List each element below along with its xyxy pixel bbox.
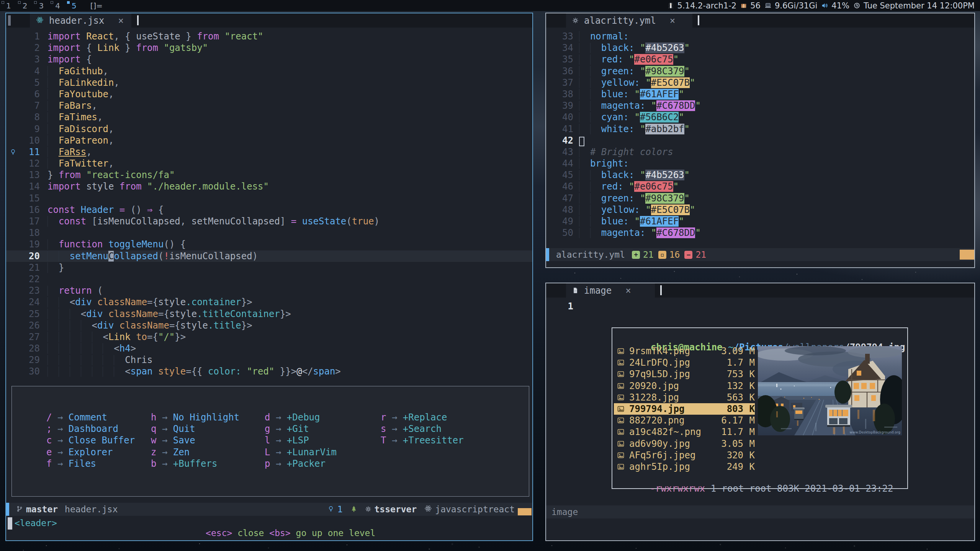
code-line-27[interactable]: 27<Link to={"/"}> [6,331,532,343]
tab-close-icon[interactable]: × [118,15,124,26]
git-branch[interactable]: master [16,504,58,514]
code-line-8[interactable]: 8FaTimes, [6,111,532,123]
code-line-29[interactable]: 29Chris [6,354,532,366]
whichkey-binding--buffers[interactable]: b → +Buffers [151,458,239,469]
code-line-39[interactable]: 39magenta: "#C678DD" [546,100,974,111]
whichkey-binding--lsp[interactable]: l → +LSP [265,435,337,446]
diagnostics-hint[interactable]: 1 [327,504,343,514]
code-line-49[interactable]: 49blue: "#61AFEF" [546,216,974,227]
code-line-2[interactable]: 2import { Link } from "gatsby" [6,42,532,54]
whichkey-binding-files[interactable]: f → Files [46,458,135,469]
yaml-code-area[interactable]: 33normal:34black: "#4b5263"35red: "#e06c… [546,31,974,239]
layout-symbol[interactable]: []= [90,1,103,10]
whichkey-binding-quit[interactable]: q → Quit [151,423,239,435]
whichkey-binding--lunarvim[interactable]: L → +LunarVim [265,446,337,458]
file-row-97q9L5D.jpg[interactable]: 97q9L5D.jpg753K [614,368,755,380]
file-row-ad6v90y.jpg[interactable]: ad6v90y.jpg3.05M [614,438,755,450]
code-line-1[interactable]: 1 [546,301,974,312]
code-line-5[interactable]: 5FaLinkedin, [6,77,532,88]
code-line-42[interactable]: 42 [546,135,974,146]
file-row-31228.jpg[interactable]: 31228.jpg563K [614,392,755,403]
code-line-41[interactable]: 41white: "#abb2bf" [546,123,974,135]
whichkey-binding--search[interactable]: s → +Search [381,423,464,435]
file-row-799794.jpg[interactable]: 799794.jpg803K [614,403,755,415]
whichkey-binding--replace[interactable]: r → +Replace [381,412,464,423]
code-line-17[interactable]: 17const [isMenuCollapsed, setMenuCollaps… [6,216,532,227]
tab-alacritty-yml[interactable]: alacritty.yml × [566,13,692,28]
filetype-indicator: javascriptreact [424,504,515,514]
workspace-2[interactable]: 2 [16,0,33,11]
whichkey-binding-explorer[interactable]: e → Explorer [46,446,135,458]
file-row-a19c482f~.png[interactable]: a19c482f~.png11.7M [614,426,755,438]
file-name: 882720.png [629,415,707,426]
code-line-47[interactable]: 47green: "#98C379" [546,193,974,204]
code-line-48[interactable]: 48yellow: "#E5C07B" [546,204,974,216]
code-line-24[interactable]: 24<div className={style.container}> [6,296,532,308]
whichkey-binding-zen[interactable]: z → Zen [151,446,239,458]
code-line-16[interactable]: 16const Header = () ⇒ { [6,204,532,216]
code-line-6[interactable]: 6FaYoutube, [6,88,532,100]
code-line-33[interactable]: 33normal: [546,31,974,42]
code-line-23[interactable]: 23return ( [6,285,532,296]
code-line-25[interactable]: 25<div className={style.titleContainer}> [6,308,532,320]
code-line-18[interactable]: 18 [6,227,532,239]
code-line-14[interactable]: 14import style from "./header.module.les… [6,181,532,192]
code-line-9[interactable]: 9FaDiscord, [6,123,532,135]
whichkey-binding--treesitter[interactable]: T → +Treesitter [381,435,464,446]
code-area[interactable]: 1import React, { useState } from "react"… [6,31,532,378]
whichkey-binding-save[interactable]: w → Save [151,435,239,446]
code-line-11[interactable]: 11FaRss, [6,146,532,158]
whichkey-binding--git[interactable]: g → +Git [265,423,337,435]
code-line-26[interactable]: 26<div className={style.title}> [6,320,532,331]
whichkey-binding-no-highlight[interactable]: h → No Highlight [151,412,239,423]
code-line-35[interactable]: 35red: "#e06c75" [546,54,974,65]
volume-icon [821,2,828,9]
workspace-1[interactable]: 1 [0,0,16,11]
file-row-AFq5r6j.jpeg[interactable]: AFq5r6j.jpeg320K [614,450,755,461]
code-line-30[interactable]: 30<span style={{ color: "red" }}>@</span… [6,366,532,377]
code-line-20[interactable]: 20setMenuCollapsed(!isMenuCollapsed) [6,250,532,262]
code-line-34[interactable]: 34black: "#4b5263" [546,42,974,54]
code-line-22[interactable]: 22 [6,273,532,285]
code-line-44[interactable]: 44bright: [546,158,974,169]
code-line-21[interactable]: 21} [6,262,532,273]
file-row-20920.jpg[interactable]: 20920.jpg132K [614,380,755,392]
tab-header-jsx[interactable]: header.jsx × [30,13,131,28]
code-line-13[interactable]: 13} from "react-icons/fa" [6,169,532,181]
code-line-12[interactable]: 12FaTwitter, [6,158,532,169]
code-line-28[interactable]: 28<h4> [6,343,532,354]
sign-column [6,42,20,54]
code-line-7[interactable]: 7FaBars, [6,100,532,111]
whichkey-binding-comment[interactable]: / → Comment [46,412,135,423]
whichkey-binding--packer[interactable]: p → +Packer [265,458,337,469]
workspace-4[interactable]: 4 [49,0,65,11]
file-row-aghr5Ip.jpg[interactable]: aghr5Ip.jpg249K [614,461,755,473]
code-line-3[interactable]: 3import { [6,54,532,65]
whichkey-binding--debug[interactable]: d → +Debug [265,412,337,423]
code-line-15[interactable]: 15 [6,193,532,204]
code-line-37[interactable]: 37yellow: "#E5C07B" [546,77,974,88]
file-row-24LrDFQ.jpg[interactable]: 24LrDFQ.jpg1.7M [614,357,755,368]
code-line-1[interactable]: 1import React, { useState } from "react" [6,31,532,42]
whichkey-binding-close-buffer[interactable]: c → Close Buffer [46,435,135,446]
whichkey-binding-dashboard[interactable]: ; → Dashboard [46,423,135,435]
file-row-882720.png[interactable]: 882720.png6.17M [614,415,755,426]
code-line-4[interactable]: 4FaGithub, [6,65,532,77]
tab-close-icon[interactable]: × [625,285,631,296]
file-row-9rsmTK4.png[interactable]: 9rsmTK4.png3.09M [614,345,755,357]
status-module: 5.14.2-arch1-2 [667,1,737,10]
code-line-36[interactable]: 36green: "#98C379" [546,65,974,77]
tab-image[interactable]: image × [566,283,655,298]
workspace-5[interactable]: 5 [65,0,82,11]
image-code-area[interactable]: 1 [546,301,974,312]
code-line-19[interactable]: 19function toggleMenu() { [6,239,532,250]
workspace-3[interactable]: 3 [33,0,49,11]
code-line-10[interactable]: 10FaPatreon, [6,135,532,146]
tab-close-icon[interactable]: × [670,15,675,26]
code-line-45[interactable]: 45black: "#4b5263" [546,169,974,181]
code-line-50[interactable]: 50magenta: "#C678DD" [546,227,974,239]
code-line-43[interactable]: 43# Bright colors [546,146,974,158]
code-line-38[interactable]: 38blue: "#61AFEF" [546,88,974,100]
code-line-46[interactable]: 46red: "#e06c75" [546,181,974,192]
code-line-40[interactable]: 40cyan: "#56B6C2" [546,111,974,123]
